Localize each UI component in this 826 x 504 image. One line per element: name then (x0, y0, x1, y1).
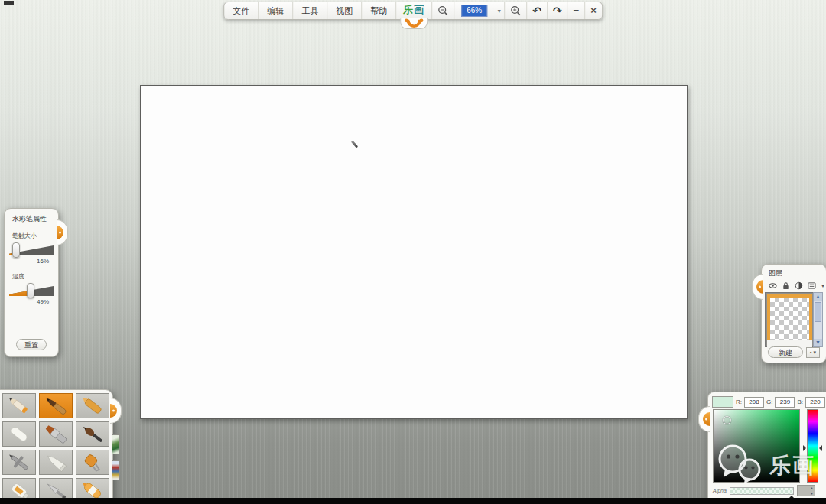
paint-tube-icon (41, 451, 71, 473)
logo-tab (400, 18, 428, 29)
layer-list (765, 292, 815, 347)
redo-button[interactable]: ↷ (548, 2, 568, 19)
zoom-out-button[interactable] (432, 2, 454, 19)
app-logo: 乐画 (396, 2, 432, 19)
current-color-swatch (712, 396, 733, 408)
watercolor-brush-icon (41, 395, 71, 417)
new-layer-button[interactable]: 新建 (768, 346, 803, 358)
logo-char-2: 画 (414, 4, 424, 15)
blue-label: B: (797, 398, 803, 405)
redo-icon: ↷ (553, 3, 562, 18)
zoom-level-field[interactable]: 66% (454, 2, 494, 19)
zoom-out-icon (437, 5, 448, 16)
hue-marker-right-icon[interactable] (816, 445, 822, 451)
minimize-icon: − (574, 3, 580, 18)
tool-paint-tube[interactable] (39, 450, 73, 475)
undo-button[interactable]: ↶ (527, 2, 548, 19)
hue-marker-left-icon[interactable] (803, 445, 809, 451)
scroll-up-icon[interactable]: ▲ (814, 293, 822, 301)
layers-panel-collapse-handle[interactable] (752, 274, 763, 300)
brush-panel-collapse-handle[interactable] (57, 219, 68, 245)
alpha-stepper[interactable]: ▲▼ (797, 485, 815, 496)
layer-visibility-icon[interactable] (769, 281, 777, 290)
layers-panel-title: 图层 (762, 265, 826, 278)
alpha-slider[interactable] (730, 487, 794, 495)
saturation-value-field[interactable] (713, 409, 800, 483)
alpha-label: Alpha (713, 488, 727, 493)
zoom-level-value[interactable]: 66% (461, 5, 487, 17)
letterbox-bar (0, 498, 826, 504)
green-label: G: (766, 398, 772, 405)
drawing-canvas[interactable] (140, 85, 688, 419)
roller-icon (77, 451, 108, 473)
logo-char-1: 乐 (403, 4, 414, 15)
tool-watercolor-brush[interactable] (39, 393, 73, 418)
close-button[interactable]: × (585, 2, 602, 19)
tool-chalk[interactable] (2, 421, 36, 447)
zoom-in-button[interactable] (505, 2, 527, 19)
brush-size-label: 笔触大小 (5, 224, 58, 242)
wetness-slider-handle[interactable] (27, 283, 34, 298)
menu-file[interactable]: 文件 (224, 2, 259, 19)
brush-properties-panel: 水彩笔属性 笔触大小 16% 湿度 49% 重置 (4, 208, 59, 357)
layer-opacity-icon[interactable] (795, 281, 803, 290)
red-value-field[interactable]: 208 (744, 397, 764, 408)
texture-stamp-button-1[interactable] (112, 434, 120, 454)
layer-menu-icon[interactable] (808, 281, 816, 290)
main-toolbar: 文件 编辑 工具 视图 帮助 乐画 66% ▼ (223, 2, 603, 20)
tool-ink-brush[interactable] (76, 421, 109, 447)
zoom-dropdown-caret-icon[interactable]: ▼ (494, 2, 505, 19)
blue-value-field[interactable]: 220 (805, 397, 825, 408)
layer-list-scrollbar[interactable]: ▲ ▼ (813, 292, 823, 347)
airbrush-icon (4, 451, 34, 473)
brush-size-slider-handle[interactable] (12, 242, 20, 258)
green-value-field[interactable]: 239 (775, 397, 795, 408)
zoom-in-icon (510, 5, 521, 16)
tool-palette (0, 389, 113, 504)
colored-pencil-icon (4, 395, 34, 417)
tool-colored-pencil[interactable] (2, 393, 36, 418)
color-picker-cursor[interactable] (723, 416, 731, 424)
tool-airbrush[interactable] (2, 450, 36, 475)
chalk-icon (4, 423, 34, 445)
close-icon: × (590, 3, 597, 18)
layer-menu-caret-icon[interactable]: ▼ (821, 284, 825, 288)
menu-edit[interactable]: 编辑 (259, 2, 293, 19)
menu-help[interactable]: 帮助 (362, 2, 396, 19)
undo-icon: ↶ (532, 3, 541, 18)
flat-brush-icon (41, 423, 71, 445)
color-panel-collapse-handle[interactable] (698, 406, 710, 432)
brush-panel-title: 水彩笔属性 (5, 209, 58, 224)
wetness-label: 湿度 (5, 265, 58, 282)
scroll-down-icon[interactable]: ▼ (814, 339, 822, 346)
hue-slider[interactable] (807, 409, 818, 483)
menu-tools[interactable]: 工具 (293, 2, 327, 19)
layers-panel: 图层 ▼ ▲ ▼ 新建 ▪ ▾ (761, 264, 826, 363)
logo-smiley-icon (403, 18, 424, 28)
layer-options-button[interactable]: ▪ ▾ (806, 347, 820, 358)
scrollbar-thumb[interactable] (815, 302, 821, 322)
screen-artifact (4, 1, 14, 5)
tool-crayon[interactable] (76, 393, 109, 418)
brush-size-slider[interactable] (9, 243, 54, 255)
red-label: R: (736, 398, 742, 405)
menu-view[interactable]: 视图 (327, 2, 362, 19)
minimize-button[interactable]: − (568, 2, 586, 19)
tool-roller[interactable] (76, 450, 109, 475)
crayon-icon (77, 395, 108, 417)
tool-palette-collapse-handle[interactable] (110, 398, 122, 424)
wetness-slider[interactable] (9, 284, 54, 296)
color-picker-panel: R: 208 G: 239 B: 220 Alpha ▲▼ (707, 392, 826, 500)
reset-button[interactable]: 重置 (16, 339, 47, 350)
layer-lock-icon[interactable] (782, 281, 790, 290)
layer-thumbnail-selected[interactable] (767, 294, 812, 345)
brush-cursor-icon (351, 140, 359, 148)
tool-flat-brush[interactable] (39, 421, 73, 447)
ink-brush-icon (77, 423, 108, 445)
texture-stamp-button-2[interactable] (112, 460, 120, 480)
